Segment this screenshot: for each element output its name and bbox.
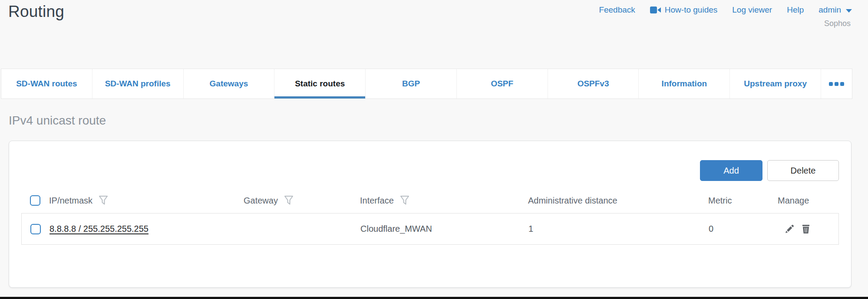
tab-gateways[interactable]: Gateways: [183, 69, 274, 99]
user-menu-label: admin: [818, 5, 841, 15]
top-nav: Feedback How-to guides Log viewer Help a…: [599, 5, 852, 15]
video-camera-icon: [650, 6, 661, 14]
column-gateway: Gateway: [244, 196, 278, 206]
toolbar: Add Delete: [700, 160, 839, 181]
column-metric: Metric: [708, 196, 732, 206]
more-tabs-button[interactable]: [821, 69, 852, 99]
tab-bar: SD-WAN routes SD-WAN profiles Gateways S…: [1, 69, 852, 99]
section-title: IPv4 unicast route: [9, 114, 106, 128]
user-menu[interactable]: admin: [818, 5, 852, 15]
table-header: IP/netmask Gateway Interface Administrat…: [21, 191, 839, 210]
delete-trash-icon[interactable]: [801, 224, 811, 234]
help-label: Help: [787, 5, 804, 15]
ellipsis-icon: [835, 82, 838, 86]
ellipsis-icon: [829, 82, 833, 86]
feedback-label: Feedback: [599, 5, 635, 15]
select-all-checkbox[interactable]: [30, 195, 40, 206]
tab-sdwan-routes[interactable]: SD-WAN routes: [1, 69, 92, 99]
howto-guides-link[interactable]: How-to guides: [650, 5, 717, 15]
metric-cell: 0: [709, 224, 778, 234]
feedback-link[interactable]: Feedback: [599, 5, 635, 15]
help-link[interactable]: Help: [787, 5, 804, 15]
chevron-down-icon: [846, 9, 852, 13]
interface-cell: Cloudflare_MWAN: [360, 224, 528, 234]
page-title: Routing: [8, 3, 64, 21]
brand-label: Sophos: [824, 19, 851, 28]
tab-ospf[interactable]: OSPF: [456, 69, 548, 99]
delete-button[interactable]: Delete: [767, 160, 839, 181]
add-button[interactable]: Add: [700, 160, 762, 181]
column-administrative-distance: Administrative distance: [528, 196, 617, 206]
administrative-distance-cell: 1: [528, 224, 709, 234]
filter-icon[interactable]: [284, 195, 294, 206]
column-ip-netmask: IP/netmask: [49, 196, 92, 206]
manage-cell: [778, 224, 840, 234]
column-manage: Manage: [778, 196, 809, 206]
tab-ospfv3[interactable]: OSPFv3: [548, 69, 639, 99]
edit-pencil-icon[interactable]: [784, 224, 795, 234]
log-viewer-link[interactable]: Log viewer: [732, 5, 772, 15]
filter-icon[interactable]: [400, 195, 409, 206]
tab-static-routes[interactable]: Static routes: [274, 69, 365, 99]
tab-upstream-proxy[interactable]: Upstream proxy: [729, 69, 821, 99]
table-row: 8.8.8.8 / 255.255.255.255 Cloudflare_MWA…: [21, 213, 839, 245]
howto-guides-label: How-to guides: [665, 5, 717, 15]
bottom-edge-bar: [0, 297, 868, 299]
static-routes-panel: Add Delete IP/netmask Gateway Interface …: [9, 141, 851, 288]
tab-sdwan-profiles[interactable]: SD-WAN profiles: [92, 69, 183, 99]
column-interface: Interface: [360, 196, 394, 206]
tab-bgp[interactable]: BGP: [365, 69, 456, 99]
ip-netmask-link[interactable]: 8.8.8.8 / 255.255.255.255: [50, 224, 149, 233]
tab-information[interactable]: Information: [638, 69, 729, 99]
row-checkbox[interactable]: [30, 224, 41, 234]
log-viewer-label: Log viewer: [732, 5, 772, 15]
filter-icon[interactable]: [99, 195, 108, 206]
ellipsis-icon: [840, 82, 844, 86]
